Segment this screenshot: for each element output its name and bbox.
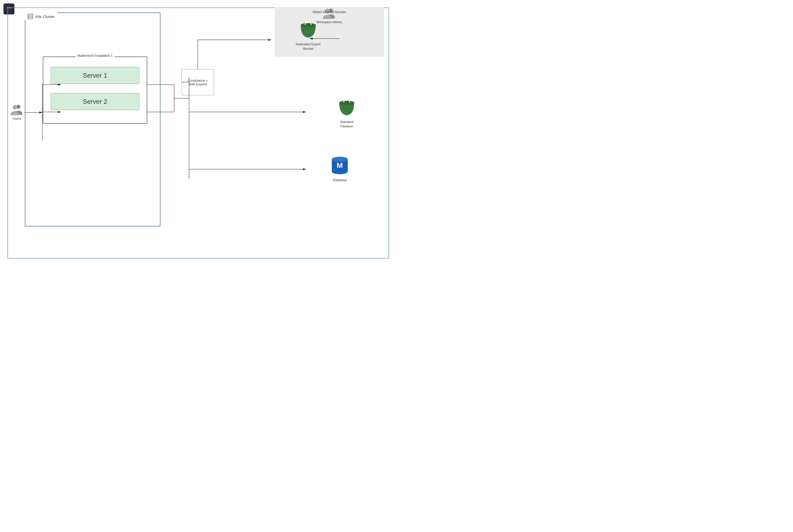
mm-installation-box: Mattermost Installation 1 Server 1 Serve…: [43, 56, 147, 124]
k8s-label-area: K8s Cluster: [25, 13, 57, 20]
shared-access-panel: Direct Shared Access Dedicated ExportBuc…: [275, 7, 384, 57]
mm-installation-title: Mattermost Installation 1: [75, 54, 115, 57]
standard-filestore-label: StandardFilestore: [340, 120, 353, 129]
svg-point-14: [332, 169, 348, 174]
dedicated-bucket-label: Dedicated ExportBucket: [296, 42, 321, 51]
database-label: Database: [333, 178, 347, 182]
dedicated-bucket-icon: [298, 21, 318, 41]
server-2-label: Server 2: [83, 98, 107, 106]
dedicated-bucket-node: Dedicated ExportBucket: [296, 21, 321, 51]
svg-point-15: [332, 157, 348, 162]
database-node: M Database: [329, 154, 350, 182]
svg-point-11: [339, 101, 354, 105]
database-icon: M: [329, 154, 350, 177]
workspace-admins-node: Workspace Admins: [275, 7, 384, 24]
k8s-cluster-box: K8s Cluster Mattermost Installation 1 Se…: [25, 13, 160, 226]
compliance-label: Compliance +Bulk Exports: [188, 79, 208, 86]
server-1-box: Server 1: [51, 67, 139, 84]
k8s-title: K8s Cluster: [35, 15, 55, 19]
server-2-box: Server 2: [51, 93, 139, 110]
users-label: Users: [13, 117, 21, 120]
svg-point-7: [301, 23, 316, 27]
standard-filestore-icon: [337, 98, 357, 118]
users-icon: [9, 103, 24, 116]
diagram-container: aws ⌣ K8s Cluster Mattermost Installatio…: [0, 0, 396, 266]
svg-point-5: [13, 105, 17, 110]
svg-text:M: M: [337, 161, 343, 169]
server-1-label: Server 1: [83, 72, 107, 79]
k8s-icon: [27, 14, 33, 19]
compliance-box: Compliance +Bulk Exports: [181, 69, 214, 95]
users-node: Users: [9, 103, 24, 120]
shared-access-title: Direct Shared Access: [275, 10, 384, 14]
standard-filestore-node: StandardFilestore: [337, 98, 357, 129]
